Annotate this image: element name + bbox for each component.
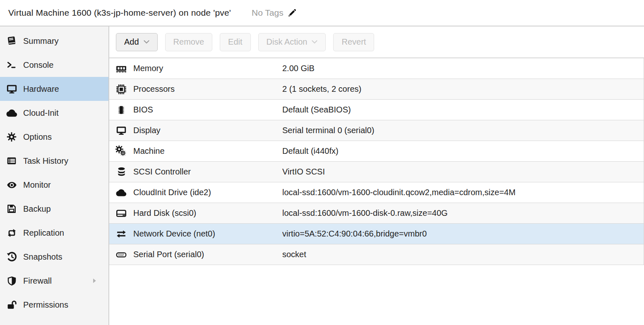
history-icon — [6, 251, 17, 263]
microchip-icon — [109, 84, 133, 95]
sidebar-item-hardware[interactable]: Hardware — [0, 77, 108, 101]
database-icon — [109, 166, 133, 177]
hardware-row-network-device[interactable]: Network Device (net0) virtio=5A:52:C4:90… — [109, 224, 644, 244]
bios-chip-icon — [109, 105, 133, 115]
no-tags-label: No Tags — [252, 8, 284, 18]
hardware-row-memory[interactable]: Memory 2.00 GiB — [109, 58, 644, 79]
hardware-panel: Add Remove Edit Disk Action Revert — [109, 26, 644, 325]
chevron-down-icon — [312, 40, 317, 44]
hardware-row-processors[interactable]: Processors 2 (1 sockets, 2 cores) — [109, 79, 644, 100]
hardware-row-bios[interactable]: BIOS Default (SeaBIOS) — [109, 100, 644, 120]
display-icon — [109, 125, 133, 136]
proxmox-vm-hardware-page: Virtual Machine 1600 (k3s-jp-home-server… — [0, 0, 644, 325]
gear-icon — [6, 131, 17, 143]
unlock-icon — [6, 299, 17, 311]
revert-button[interactable]: Revert — [333, 33, 374, 51]
shield-icon — [6, 275, 17, 287]
disk-action-button[interactable]: Disk Action — [258, 33, 326, 51]
edit-button[interactable]: Edit — [220, 33, 250, 51]
page-title: Virtual Machine 1600 (k3s-jp-home-server… — [8, 8, 231, 18]
hardware-row-scsi-controller[interactable]: SCSI Controller VirtIO SCSI — [109, 162, 644, 182]
terminal-icon — [6, 59, 17, 71]
sidebar-item-firewall[interactable]: Firewall — [0, 269, 108, 293]
hardware-row-serial-port[interactable]: Serial Port (serial0) socket — [109, 244, 644, 265]
remove-button[interactable]: Remove — [165, 33, 212, 51]
hardware-toolbar: Add Remove Edit Disk Action Revert — [109, 26, 644, 58]
hardware-row-display[interactable]: Display Serial terminal 0 (serial0) — [109, 120, 644, 141]
sidebar-item-console[interactable]: Console — [0, 53, 108, 77]
cogs-icon — [109, 146, 133, 157]
sidebar-item-snapshots[interactable]: Snapshots — [0, 245, 108, 269]
floppy-icon — [6, 203, 17, 215]
book-icon — [6, 35, 17, 47]
sidebar-item-permissions[interactable]: Permissions — [0, 293, 108, 317]
add-button[interactable]: Add — [116, 33, 158, 51]
caret-right-icon — [90, 277, 99, 285]
retweet-icon — [6, 227, 17, 239]
hdd-icon — [109, 208, 133, 219]
cloud-icon — [6, 107, 17, 119]
sidebar-item-task-history[interactable]: Task History — [0, 149, 108, 173]
sidebar-item-replication[interactable]: Replication — [0, 221, 108, 245]
memory-icon — [109, 63, 133, 74]
task-list-icon — [6, 155, 17, 167]
sidebar-item-options[interactable]: Options — [0, 125, 108, 149]
hardware-grid: Memory 2.00 GiB — [109, 58, 644, 265]
tags-editor[interactable]: No Tags — [252, 8, 297, 18]
eye-icon — [6, 179, 17, 191]
sidebar-item-backup[interactable]: Backup — [0, 197, 108, 221]
sidebar-item-cloud-init[interactable]: Cloud-Init — [0, 101, 108, 125]
cloud-icon — [109, 187, 133, 198]
serial-port-icon — [109, 249, 133, 260]
sidebar-item-summary[interactable]: Summary — [0, 29, 108, 53]
sidebar-nav: Summary Console — [0, 26, 109, 325]
page-header: Virtual Machine 1600 (k3s-jp-home-server… — [0, 0, 644, 26]
desktop-icon — [6, 83, 17, 95]
hardware-row-hard-disk[interactable]: Hard Disk (scsi0) local-ssd:1600/vm-1600… — [109, 203, 644, 224]
sidebar-item-monitor[interactable]: Monitor — [0, 173, 108, 197]
exchange-icon — [109, 228, 133, 240]
pencil-icon[interactable] — [287, 8, 297, 18]
hardware-row-cloudinit-drive[interactable]: CloudInit Drive (ide2) local-ssd:1600/vm… — [109, 182, 644, 203]
hardware-row-machine[interactable]: Machine Default (i440fx) — [109, 141, 644, 162]
chevron-down-icon — [144, 40, 149, 44]
